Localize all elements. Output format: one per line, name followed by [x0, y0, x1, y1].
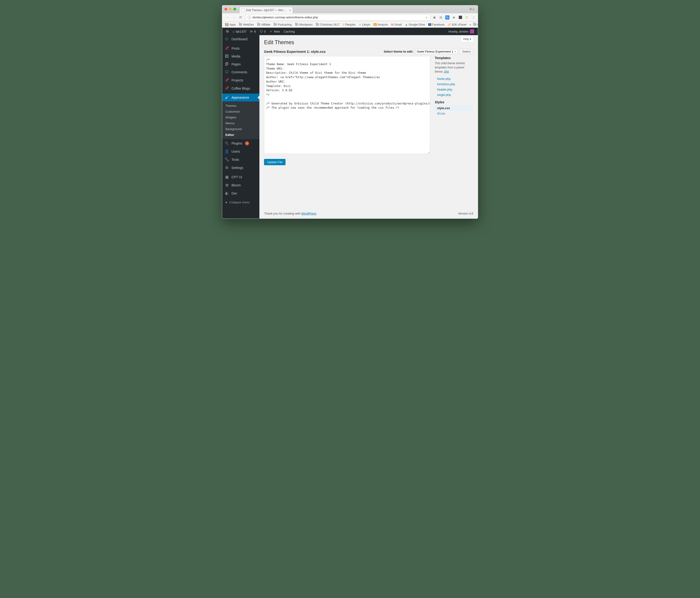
site-info-icon[interactable]: i: [248, 16, 251, 19]
menu-settings[interactable]: ⚙Settings: [222, 163, 259, 172]
bookmark-folder[interactable]: Christmas 2k17: [315, 23, 341, 27]
apps-shortcut[interactable]: Apps: [224, 23, 237, 27]
ext-manager-icon[interactable]: S₁: [445, 15, 449, 20]
template-file[interactable]: footer.php: [435, 76, 473, 81]
bookmark-item[interactable]: ✦Libsyn: [358, 23, 371, 27]
plus-icon: ＋: [270, 29, 272, 33]
folder-icon: [316, 23, 319, 26]
account-link[interactable]: Howdy, dividev: [447, 28, 476, 35]
menu-comments[interactable]: 🗩Comments: [222, 68, 259, 76]
flexjobs-icon: fj: [343, 23, 344, 26]
browser-menu-icon[interactable]: ⋮: [471, 15, 476, 20]
menu-bloom[interactable]: ✿Bloom: [222, 181, 259, 189]
menu-dashboard[interactable]: ⏲Dashboard: [222, 35, 259, 43]
menu-appearance[interactable]: 🖌Appearance: [222, 94, 259, 101]
bookmark-folder[interactable]: Podcasting: [272, 23, 293, 27]
bookmark-item[interactable]: cPBJK cPanel: [447, 23, 468, 27]
address-bar[interactable]: i dividev.bjkeeton.com/wp-admin/theme-ed…: [246, 14, 430, 21]
bookmark-folder[interactable]: Affiliate: [256, 23, 272, 27]
tab-strip: Edit Themes ‹ bjk1337 — Wor… × B.J.: [222, 5, 478, 13]
toolbar: ← → ⟳ i dividev.bjkeeton.com/wp-admin/th…: [222, 13, 478, 22]
admin-menu: ⏲Dashboard 📌Posts 🖾Media 🗐Pages 🗩Comment…: [222, 35, 259, 218]
submenu-appearance: Themes Customize Widgets Menus Backgroun…: [222, 101, 259, 139]
menu-divi[interactable]: ◐Divi: [222, 189, 259, 197]
submenu-customize[interactable]: Customize: [222, 109, 259, 114]
bookmark-item[interactable]: fjFlexjobs: [342, 22, 357, 27]
nav-back-icon[interactable]: ←: [224, 15, 230, 21]
wp-body: ⏲Dashboard 📌Posts 🖾Media 🗐Pages 🗩Comment…: [222, 35, 478, 218]
bookmark-folder[interactable]: WebDev: [238, 23, 255, 27]
style-file-active[interactable]: style.css: [435, 105, 473, 111]
ext-lastpass-icon[interactable]: ⬛: [458, 15, 462, 20]
update-file-button[interactable]: Update File: [264, 159, 285, 165]
facebook-icon: f: [428, 23, 431, 26]
new-link[interactable]: ＋New: [268, 28, 282, 35]
site-link[interactable]: ⌂bjk1337: [231, 28, 248, 35]
menu-posts[interactable]: 📌Posts: [222, 44, 259, 52]
theme-select[interactable]: Geek Fitness Experiment 1: [415, 49, 458, 54]
ext-other-icon[interactable]: E: [465, 15, 469, 20]
menu-tools[interactable]: 🔧Tools: [222, 155, 259, 163]
cpt-icon: ▦: [224, 175, 229, 179]
bookmark-item[interactable]: MGmail: [390, 23, 403, 27]
wp-logo-icon[interactable]: ⓦ: [224, 28, 231, 35]
media-icon: 🖾: [224, 54, 229, 58]
submenu-themes[interactable]: Themes: [222, 103, 259, 109]
amazon-icon: a: [374, 23, 377, 26]
menu-coffee-blogs[interactable]: 📌Coffee Blogs: [222, 84, 259, 93]
comments-link[interactable]: 🗨0: [258, 28, 268, 35]
bookmark-item[interactable]: ▲Google Drive: [404, 23, 426, 27]
caching-link[interactable]: Caching: [282, 28, 297, 35]
avatar: [470, 29, 474, 33]
file-heading: Geek Fitness Experiment 1: style.css: [264, 50, 326, 53]
url-text: dividev.bjkeeton.com/wp-admin/theme-edit…: [252, 16, 318, 19]
help-tab[interactable]: Help ▾: [460, 36, 474, 42]
tab-favicon: [242, 8, 245, 12]
menu-projects[interactable]: 📌Projects: [222, 76, 259, 84]
menu-plugins[interactable]: 🔌Plugins5: [222, 139, 259, 147]
comment-icon: 🗨: [260, 30, 263, 33]
submenu-background[interactable]: Background: [222, 126, 259, 132]
drive-icon: ▲: [405, 23, 408, 26]
submenu-menus[interactable]: Menus: [222, 120, 259, 126]
updates-link[interactable]: ⟳6: [248, 28, 257, 35]
bookmark-item[interactable]: aAmazon: [372, 23, 389, 27]
menu-cpt-ui[interactable]: ▦CPT UI: [222, 173, 259, 181]
submenu-widgets[interactable]: Widgets: [222, 114, 259, 120]
file-list-sidebar: Templates This child theme inherits temp…: [435, 56, 473, 119]
ext-camera-icon[interactable]: ◙: [452, 15, 456, 20]
wordpress-link[interactable]: WordPress: [301, 212, 316, 215]
other-bookmarks[interactable]: Other Bookmarks: [472, 23, 478, 27]
template-file[interactable]: header.php: [435, 87, 473, 92]
menu-pages[interactable]: 🗐Pages: [222, 60, 259, 68]
nav-forward-icon[interactable]: →: [231, 15, 237, 21]
collapse-menu[interactable]: ◄Collapse menu: [222, 198, 259, 206]
gmail-icon: M: [391, 23, 394, 26]
parent-theme-link[interactable]: Divi: [444, 70, 449, 73]
zoom-window-icon[interactable]: [233, 8, 236, 10]
template-file[interactable]: functions.php: [435, 81, 473, 87]
menu-media[interactable]: 🖾Media: [222, 52, 259, 60]
user-icon: 👤: [224, 149, 229, 154]
bookmark-item[interactable]: fFacebook: [427, 23, 446, 27]
bookmark-overflow-icon[interactable]: »: [470, 23, 471, 26]
submenu-editor[interactable]: Editor: [222, 132, 259, 138]
style-file[interactable]: rtl.css: [435, 111, 473, 116]
menu-users[interactable]: 👤Users: [222, 147, 259, 155]
bookmark-folder[interactable]: Wordpress: [294, 23, 314, 27]
folder-icon: [257, 23, 260, 26]
template-file[interactable]: single.php: [435, 92, 473, 98]
nav-reload-icon[interactable]: ⟳: [238, 15, 244, 21]
apps-icon: [225, 23, 228, 26]
window-controls[interactable]: [224, 8, 236, 10]
bookmark-star-icon[interactable]: ☆: [425, 16, 428, 19]
browser-tab[interactable]: Edit Themes ‹ bjk1337 — Wor… ×: [240, 7, 293, 13]
tab-close-icon[interactable]: ×: [289, 8, 291, 12]
ext-evernote-icon[interactable]: ▤: [439, 15, 443, 20]
select-button[interactable]: Select: [460, 49, 473, 54]
close-window-icon[interactable]: [224, 8, 227, 10]
code-editor[interactable]: [264, 56, 430, 154]
profile-label[interactable]: B.J.: [470, 7, 475, 11]
minimize-window-icon[interactable]: [229, 8, 232, 10]
ext-buffer-icon[interactable]: ≣: [432, 15, 436, 20]
